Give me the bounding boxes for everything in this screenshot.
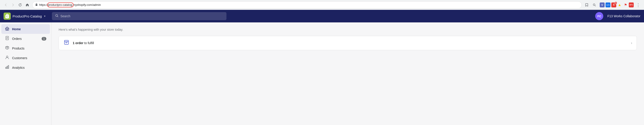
extension-icons: V </> S 9 ▲ ⚑ SFC <box>600 3 634 8</box>
back-button[interactable] <box>3 2 9 8</box>
fulfill-suffix: to fulfill <box>83 41 94 45</box>
svg-rect-13 <box>64 40 68 44</box>
browser-chrome: https://productpro-catalog.myshopify.com… <box>0 0 644 10</box>
sidebar-item-customers[interactable]: Customers <box>1 53 50 63</box>
analytics-icon <box>5 65 10 70</box>
fulfill-card-row[interactable]: 1 order to fulfill › <box>59 36 636 50</box>
user-avatar[interactable]: FC <box>595 12 603 20</box>
browser-nav-buttons <box>3 2 30 8</box>
address-bar[interactable]: https://productpro-catalog.myshopify.com… <box>32 1 582 9</box>
fulfill-text: 1 order to fulfill <box>73 41 628 45</box>
shopify-logo <box>4 13 11 20</box>
svg-rect-4 <box>7 29 8 30</box>
page-subtitle: Here's what's happening with your store … <box>59 28 637 31</box>
store-name: ProductPro Catalog <box>12 14 42 18</box>
search-placeholder: Search <box>60 14 70 18</box>
address-bar-text: https://productpro-catalog.myshopify.com… <box>39 3 579 7</box>
orders-icon <box>5 36 10 41</box>
ext-shopify-icon[interactable]: S 9 <box>611 3 616 8</box>
products-icon <box>5 46 10 51</box>
sidebar-item-orders[interactable]: Orders 1 <box>1 34 50 43</box>
main-layout: Home Orders 1 Products <box>0 22 644 125</box>
ext-v-icon[interactable]: V <box>600 3 604 8</box>
content-area: Here's what's happening with your store … <box>52 22 644 125</box>
url-highlight: productpro-catalog. <box>48 3 73 7</box>
ext-code-icon[interactable]: </> <box>606 3 610 8</box>
lock-icon <box>35 3 38 7</box>
svg-point-2 <box>56 15 58 17</box>
fulfill-icon <box>63 40 70 46</box>
search-icon <box>55 14 59 18</box>
sidebar-label-products: Products <box>12 47 46 50</box>
sidebar-item-home[interactable]: Home <box>1 24 50 34</box>
home-icon <box>5 27 10 32</box>
sidebar: Home Orders 1 Products <box>0 22 52 125</box>
fulfill-chevron-icon: › <box>631 41 632 45</box>
home-button[interactable] <box>24 2 30 8</box>
zoom-button[interactable] <box>591 2 598 8</box>
svg-rect-11 <box>7 66 8 69</box>
user-name: F13 Works Collaborator <box>607 14 640 18</box>
sidebar-label-orders: Orders <box>12 37 39 41</box>
store-branding[interactable]: ProductPro Catalog ▾ <box>4 13 48 20</box>
user-section: FC F13 Works Collaborator <box>595 12 640 20</box>
chrome-menu-button[interactable]: ⋮ <box>635 2 641 8</box>
svg-rect-12 <box>8 65 9 69</box>
svg-point-9 <box>6 56 8 58</box>
customers-icon <box>5 55 10 60</box>
top-nav: ProductPro Catalog ▾ Search FC F13 Works… <box>0 10 644 22</box>
ext-flag-icon[interactable]: ⚑ <box>623 3 628 8</box>
sidebar-label-customers: Customers <box>12 56 46 60</box>
shopify-admin: ProductPro Catalog ▾ Search FC F13 Works… <box>0 10 644 125</box>
ext-drive-icon[interactable]: ▲ <box>617 3 622 8</box>
reload-button[interactable] <box>17 2 23 8</box>
store-chevron-icon: ▾ <box>44 15 46 18</box>
bookmark-button[interactable] <box>584 2 590 8</box>
forward-button[interactable] <box>10 2 16 8</box>
search-bar[interactable]: Search <box>52 12 226 20</box>
fulfill-card: 1 order to fulfill › <box>59 36 637 50</box>
sidebar-item-products[interactable]: Products <box>1 43 50 53</box>
svg-rect-10 <box>6 67 6 69</box>
sidebar-label-analytics: Analytics <box>12 66 46 69</box>
fulfill-count: 1 order <box>73 41 83 45</box>
sidebar-item-analytics[interactable]: Analytics <box>1 63 50 72</box>
sidebar-label-home: Home <box>12 27 46 31</box>
ext-extra-icon[interactable]: SFC <box>629 3 634 8</box>
svg-rect-0 <box>36 4 37 6</box>
browser-actions: V </> S 9 ▲ ⚑ SFC ⋮ <box>584 2 641 8</box>
orders-badge: 1 <box>42 37 46 41</box>
svg-point-1 <box>593 4 595 6</box>
